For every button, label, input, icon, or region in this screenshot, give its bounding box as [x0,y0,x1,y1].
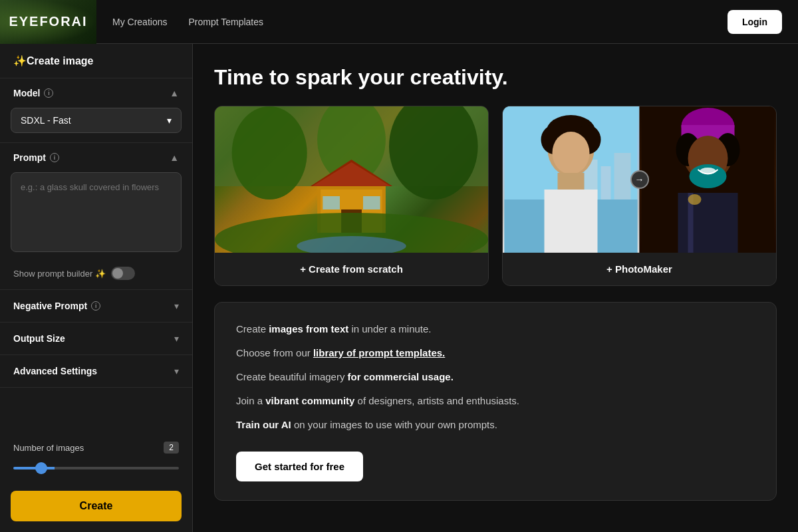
svg-point-34 [700,168,716,174]
photomaker-label: + PhotoMaker [503,253,776,285]
output-size-label: Output Size [13,333,65,344]
svg-rect-25 [545,190,598,253]
model-label: Model [13,88,40,98]
model-title: Model i [13,88,53,98]
model-dropdown[interactable]: SDXL - Fast ▾ [11,108,182,133]
model-info-icon[interactable]: i [44,88,53,98]
images-count-badge: 2 [164,442,179,454]
bold-vibrant-community: vibrant community [265,395,354,406]
logo-text: EYEFORAI [9,14,87,29]
page-title: Time to spark your creativity. [214,65,777,90]
model-selected-value: SDXL - Fast [21,115,71,126]
images-slider[interactable] [13,467,179,469]
bold-commercial: for commercial usage. [348,371,454,382]
nav: My Creations Prompt Templates [112,17,263,27]
logo: EYEFORAI [0,0,96,44]
nav-prompt-templates[interactable]: Prompt Templates [188,17,263,27]
bold-train-ai: Train our AI [236,419,291,430]
prompt-builder-row: Show prompt builder ✨ [0,261,192,289]
negative-prompt-section[interactable]: Negative Prompt i ▾ [0,290,192,323]
images-label: Number of images [13,443,84,453]
prompt-builder-toggle[interactable] [111,267,135,280]
create-image-label: ✨Create image [13,55,94,67]
photo-left-svg [503,106,639,253]
create-from-scratch-label: + Create from scratch [215,253,488,285]
svg-point-37 [688,194,702,205]
info-box: Create images from text in under a minut… [214,302,777,501]
card-image-painting [215,106,488,253]
prompt-section-header[interactable]: Prompt i ▲ [0,143,192,172]
prompt-title: Prompt i [13,152,59,163]
output-size-title: Output Size [13,333,65,344]
info-line-4: Join a vibrant community of designers, a… [236,393,755,409]
advanced-settings-label: Advanced Settings [13,366,97,376]
info-line-5: Train our AI on your images to use with … [236,417,755,433]
svg-rect-17 [601,166,611,200]
prompt-info-icon[interactable]: i [50,153,59,162]
sidebar: ✨Create image Model i ▲ SDXL - Fast ▾ Pr… [0,44,193,532]
create-button[interactable]: Create [11,491,182,521]
photo-divider: → [639,106,640,253]
main-content: Time to spark your creativity. [193,44,798,532]
prompt-builder-label: Show prompt builder ✨ [13,269,106,279]
negative-prompt-label: Negative Prompt [13,301,87,311]
prompt-chevron-icon: ▲ [170,152,179,163]
images-label-row: Number of images 2 [13,442,179,454]
arrow-circle-icon: → [630,170,649,189]
main-layout: ✨Create image Model i ▲ SDXL - Fast ▾ Pr… [0,44,798,532]
model-section-header[interactable]: Model i ▲ [0,78,192,108]
info-line-1: Create images from text in under a minut… [236,321,755,337]
bold-images-from-text: images from text [269,323,348,334]
model-chevron-icon: ▲ [170,88,179,98]
painting-svg [215,106,488,253]
header: EYEFORAI My Creations Prompt Templates L… [0,0,798,44]
login-button[interactable]: Login [728,10,782,34]
get-started-button[interactable]: Get started for free [236,452,363,481]
advanced-settings-title: Advanced Settings [13,366,97,376]
prompt-section: Prompt i ▲ Show prompt builder ✨ [0,143,192,290]
cards-row: + Create from scratch [214,106,777,286]
photomaker-card[interactable]: → [502,106,777,286]
toggle-knob [112,268,123,279]
prompt-label: Prompt [13,152,46,163]
sidebar-header: ✨Create image [0,44,192,78]
photo-right-svg [640,106,776,253]
prompt-templates-link[interactable]: library of prompt templates. [313,347,445,358]
svg-rect-9 [323,196,340,209]
advanced-settings-chevron-icon: ▾ [174,366,179,376]
nav-my-creations[interactable]: My Creations [112,17,167,27]
svg-rect-18 [614,153,631,200]
info-line-3: Create beautiful imagery for commercial … [236,369,755,385]
model-dropdown-chevron-icon: ▾ [167,115,172,126]
negative-prompt-chevron-icon: ▾ [174,301,179,311]
prompt-input[interactable] [11,172,182,252]
model-section: Model i ▲ SDXL - Fast ▾ [0,78,192,143]
card-image-photo: → [503,106,776,253]
number-of-images-section: Number of images 2 [0,431,192,483]
output-size-chevron-icon: ▾ [174,333,179,344]
svg-point-1 [232,106,307,200]
svg-point-23 [553,132,590,174]
negative-prompt-info-icon[interactable]: i [91,301,100,311]
info-line-2: Choose from our library of prompt templa… [236,345,755,361]
negative-prompt-title: Negative Prompt i [13,301,100,311]
svg-rect-10 [363,196,380,209]
svg-rect-35 [678,193,738,253]
output-size-section[interactable]: Output Size ▾ [0,323,192,355]
advanced-settings-section[interactable]: Advanced Settings ▾ [0,355,192,388]
create-from-scratch-card[interactable]: + Create from scratch [214,106,489,286]
